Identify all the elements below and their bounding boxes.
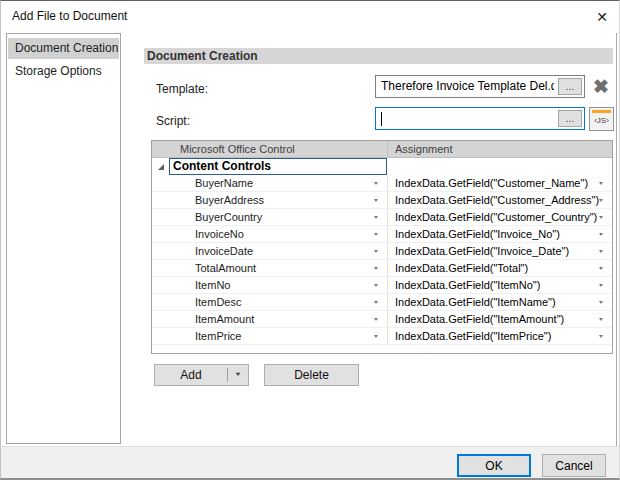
add-dropdown-icon[interactable]: ▼ xyxy=(228,368,248,382)
delete-button[interactable]: Delete xyxy=(264,364,359,386)
chevron-down-icon[interactable]: ▼ xyxy=(373,181,379,187)
control-cell[interactable]: BuyerAddress ▼ xyxy=(152,192,387,208)
table-row: TotalAmount ▼ IndexData.GetField("Total"… xyxy=(152,260,612,277)
chevron-down-icon[interactable]: ▼ xyxy=(598,249,604,255)
chevron-down-icon[interactable]: ▼ xyxy=(373,232,379,238)
chevron-down-icon[interactable]: ▼ xyxy=(598,300,604,306)
template-browse-button[interactable]: ... xyxy=(558,78,582,95)
assignment-cell[interactable]: IndexData.GetField("ItemAmount") ▼ xyxy=(387,311,612,327)
assignment-value: IndexData.GetField("ItemNo") xyxy=(395,279,540,291)
control-cell[interactable]: BuyerName ▼ xyxy=(152,175,387,191)
chevron-down-icon[interactable]: ▼ xyxy=(598,232,604,238)
template-label: Template: xyxy=(156,82,276,98)
control-cell[interactable]: BuyerCountry ▼ xyxy=(152,209,387,225)
assignment-cell[interactable]: IndexData.GetField("Invoice_Date") ▼ xyxy=(387,243,612,259)
sidebar-item-label: Document Creation xyxy=(15,41,118,55)
sidebar-item-document-creation[interactable]: Document Creation xyxy=(8,38,119,59)
control-name: InvoiceDate xyxy=(195,245,253,257)
control-cell[interactable]: ItemAmount ▼ xyxy=(152,311,387,327)
chevron-down-icon[interactable]: ▼ xyxy=(598,181,604,187)
assignment-cell[interactable]: IndexData.GetField("Customer_Address") ▼ xyxy=(387,192,612,208)
expander-expanded-icon xyxy=(158,164,164,170)
section-title: Document Creation xyxy=(147,49,258,63)
chevron-down-icon[interactable]: ▼ xyxy=(598,334,604,340)
control-name: ItemAmount xyxy=(195,313,254,325)
sidebar-item-storage-options[interactable]: Storage Options xyxy=(8,61,119,82)
control-name: BuyerAddress xyxy=(195,194,264,206)
chevron-down-icon[interactable]: ▼ xyxy=(373,334,379,340)
assignment-value: IndexData.GetField("Customer_Address") xyxy=(395,194,599,206)
table-row: BuyerAddress ▼ IndexData.GetField("Custo… xyxy=(152,192,612,209)
assignment-value: IndexData.GetField("Customer_Country") xyxy=(395,211,597,223)
control-cell[interactable]: ItemDesc ▼ xyxy=(152,294,387,310)
assignment-cell[interactable]: IndexData.GetField("ItemNo") ▼ xyxy=(387,277,612,293)
control-assignment-grid: Microsoft Office Control Assignment Cont… xyxy=(151,140,613,354)
js-icon: ‹JS› xyxy=(590,116,613,125)
control-name: InvoiceNo xyxy=(195,228,244,240)
grid-header: Microsoft Office Control Assignment xyxy=(152,141,612,158)
assignment-cell[interactable]: IndexData.GetField("Customer_Name") ▼ xyxy=(387,175,612,191)
assignment-cell[interactable]: IndexData.GetField("Invoice_No") ▼ xyxy=(387,226,612,242)
expander-column-header xyxy=(152,141,169,157)
chevron-down-icon[interactable]: ▼ xyxy=(373,215,379,221)
cancel-button[interactable]: Cancel xyxy=(542,454,606,477)
control-cell[interactable]: ItemNo ▼ xyxy=(152,277,387,293)
column-header-office-control[interactable]: Microsoft Office Control xyxy=(169,141,387,157)
window-title: Add File to Document xyxy=(12,1,127,32)
control-cell[interactable]: ItemPrice ▼ xyxy=(152,328,387,344)
assignment-cell[interactable]: IndexData.GetField("Total") ▼ xyxy=(387,260,612,276)
column-header-assignment[interactable]: Assignment xyxy=(387,141,612,157)
table-row: ItemAmount ▼ IndexData.GetField("ItemAmo… xyxy=(152,311,612,328)
chevron-down-icon[interactable]: ▼ xyxy=(373,317,379,323)
assignment-value: IndexData.GetField("ItemName") xyxy=(395,296,556,308)
assignment-value: IndexData.GetField("ItemPrice") xyxy=(395,330,551,342)
ellipsis-icon: ... xyxy=(566,81,574,92)
dialog-footer: OK Cancel xyxy=(1,446,619,479)
table-row: ItemDesc ▼ IndexData.GetField("ItemName"… xyxy=(152,294,612,311)
assignment-cell[interactable]: IndexData.GetField("Customer_Country") ▼ xyxy=(387,209,612,225)
chevron-down-icon[interactable]: ▼ xyxy=(373,300,379,306)
chevron-down-icon[interactable]: ▼ xyxy=(598,317,604,323)
chevron-down-icon[interactable]: ▼ xyxy=(373,198,379,204)
section-header: Document Creation xyxy=(144,48,613,64)
group-title[interactable]: Content Controls xyxy=(169,158,387,175)
chevron-down-icon[interactable]: ▼ xyxy=(598,266,604,272)
ellipsis-icon: ... xyxy=(566,113,574,124)
ok-button[interactable]: OK xyxy=(457,454,531,477)
assignment-cell[interactable]: IndexData.GetField("ItemName") ▼ xyxy=(387,294,612,310)
control-cell[interactable]: InvoiceNo ▼ xyxy=(152,226,387,242)
assignment-value: IndexData.GetField("ItemAmount") xyxy=(395,313,564,325)
script-label: Script: xyxy=(156,114,276,130)
close-icon: ✕ xyxy=(596,9,608,25)
close-button[interactable]: ✕ xyxy=(586,2,618,31)
script-field[interactable]: ... xyxy=(375,107,585,130)
add-split-button[interactable]: Add ▼ xyxy=(154,364,249,386)
add-button-label[interactable]: Add xyxy=(155,365,227,385)
control-name: ItemDesc xyxy=(195,296,241,308)
chevron-down-icon[interactable]: ▼ xyxy=(373,283,379,289)
chevron-down-icon[interactable]: ▼ xyxy=(598,283,604,289)
table-row: InvoiceNo ▼ IndexData.GetField("Invoice_… xyxy=(152,226,612,243)
content-right-edge xyxy=(616,33,617,446)
chevron-down-icon[interactable]: ▼ xyxy=(373,249,379,255)
chevron-down-icon[interactable]: ▼ xyxy=(598,215,604,221)
control-cell[interactable]: InvoiceDate ▼ xyxy=(152,243,387,259)
template-clear-button[interactable]: ✖ xyxy=(588,74,614,99)
control-cell[interactable]: TotalAmount ▼ xyxy=(152,260,387,276)
sidebar-item-label: Storage Options xyxy=(15,64,102,78)
title-bar: Add File to Document ✕ xyxy=(1,1,619,32)
script-browse-button[interactable]: ... xyxy=(558,110,582,127)
assignment-cell[interactable]: IndexData.GetField("ItemPrice") ▼ xyxy=(387,328,612,344)
chevron-down-icon[interactable]: ▼ xyxy=(373,266,379,272)
group-row-content-controls[interactable]: Content Controls xyxy=(152,158,612,175)
assignment-value: IndexData.GetField("Invoice_Date") xyxy=(395,245,569,257)
grid-rows: BuyerName ▼ IndexData.GetField("Customer… xyxy=(152,175,612,345)
expander-cell[interactable] xyxy=(152,158,169,175)
template-field[interactable]: Therefore Invoice Template Del.dotx ... xyxy=(375,75,585,98)
control-name: ItemPrice xyxy=(195,330,241,342)
js-accent-bar xyxy=(592,110,611,113)
script-editor-button[interactable]: ‹JS› xyxy=(589,107,614,131)
table-row: ItemNo ▼ IndexData.GetField("ItemNo") ▼ xyxy=(152,277,612,294)
control-name: BuyerName xyxy=(195,177,253,189)
chevron-down-icon[interactable]: ▼ xyxy=(598,198,604,204)
